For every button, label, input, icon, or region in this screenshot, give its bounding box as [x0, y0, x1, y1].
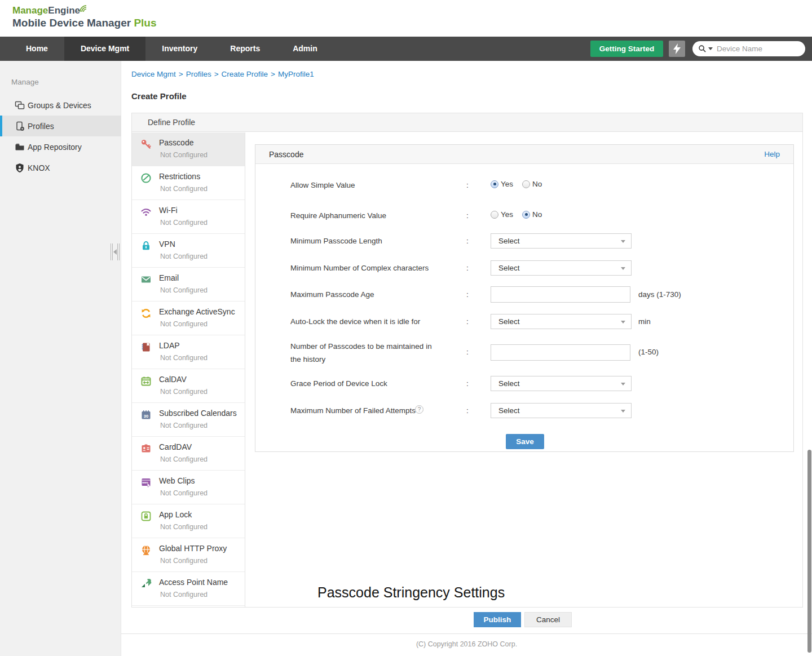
- nav-tab-home[interactable]: Home: [10, 37, 64, 61]
- status-text: Not Configured: [160, 557, 208, 565]
- main-content: Device Mgmt>Profiles>Create Profile>MyPr…: [121, 61, 812, 656]
- calendar-arrows-icon: [140, 375, 152, 387]
- devices-icon: [15, 100, 25, 110]
- define-profile-container: Define Profile Passcode Not Configured R…: [131, 113, 803, 608]
- status-text: Not Configured: [160, 388, 208, 396]
- radio-yes[interactable]: [491, 180, 498, 188]
- section-item-restrictions[interactable]: Restrictions Not Configured: [132, 166, 245, 200]
- svg-text:30: 30: [144, 414, 148, 419]
- sidebar-item-label: Profiles: [28, 122, 54, 131]
- search-input[interactable]: [717, 45, 790, 53]
- section-item-app-lock[interactable]: App Lock Not Configured: [132, 504, 245, 538]
- allow-simple-value-radios: Yes No: [491, 180, 549, 188]
- lightning-icon: [673, 43, 681, 54]
- breadcrumb-profiles[interactable]: Profiles: [186, 70, 211, 78]
- web-window-icon: www: [140, 477, 152, 488]
- passcode-panel: Passcode Help Allow Simple Value : Yes N…: [255, 144, 794, 452]
- status-text: Not Configured: [160, 489, 208, 497]
- sidebar-item-app-repository[interactable]: App Repository: [0, 136, 121, 157]
- copyright-text: (C) Copyright 2016 ZOHO Corp.: [121, 640, 812, 648]
- section-item-email[interactable]: Email Not Configured: [132, 268, 245, 302]
- vertical-scrollbar-thumb[interactable]: [807, 450, 811, 653]
- radio-no[interactable]: [522, 211, 530, 219]
- sidebar-item-knox[interactable]: KNOX: [0, 157, 121, 178]
- getting-started-button[interactable]: Getting Started: [590, 41, 663, 57]
- grace-period-label: Grace Period of Device Lock: [290, 379, 387, 388]
- chevron-down-icon: [621, 267, 625, 270]
- grace-period-select[interactable]: Select: [491, 376, 632, 391]
- breadcrumb-device-mgmt[interactable]: Device Mgmt: [131, 70, 176, 78]
- quick-actions-button[interactable]: [669, 41, 685, 57]
- section-item-vpn[interactable]: VPN Not Configured: [132, 234, 245, 268]
- wifi-icon: [140, 206, 152, 218]
- device-search-box: [692, 41, 805, 56]
- section-item-passcode[interactable]: Passcode Not Configured: [132, 132, 245, 166]
- max-passcode-age-input[interactable]: [491, 286, 630, 303]
- tab-define-profile[interactable]: Define Profile: [148, 113, 195, 132]
- radio-yes[interactable]: [491, 211, 498, 219]
- save-button[interactable]: Save: [506, 434, 544, 449]
- max-failed-attempts-select[interactable]: Select: [491, 403, 632, 418]
- section-item-caldav[interactable]: CalDAV Not Configured: [132, 369, 245, 403]
- section-item-carddav[interactable]: CardDAV Not Configured: [132, 437, 245, 471]
- sidebar-item-label: App Repository: [28, 143, 82, 152]
- section-item-ldap[interactable]: LDAP Not Configured: [132, 335, 245, 369]
- breadcrumb-create-profile[interactable]: Create Profile: [222, 70, 268, 78]
- min-complex-chars-select[interactable]: Select: [491, 260, 632, 276]
- section-item-subscribed-calendars[interactable]: 30 Subscribed Calendars Not Configured: [132, 403, 245, 437]
- sidebar-item-groups-devices[interactable]: Groups & Devices: [0, 95, 121, 116]
- status-text: Not Configured: [160, 422, 208, 429]
- publish-button[interactable]: Publish: [474, 612, 521, 627]
- require-alphanumeric-label: Require Alphanumeric Value: [290, 211, 386, 220]
- nav-tab-reports[interactable]: Reports: [214, 37, 276, 61]
- radio-no[interactable]: [522, 180, 530, 188]
- status-text: Not Configured: [160, 151, 208, 159]
- brand-engine: Engine: [48, 5, 80, 16]
- envelope-icon: [140, 274, 152, 285]
- status-text: Not Configured: [160, 252, 208, 260]
- section-item-access-point-name[interactable]: Access Point Name Not Configured: [132, 572, 245, 606]
- sidebar-item-label: Groups & Devices: [28, 101, 91, 110]
- section-item-wifi[interactable]: Wi-Fi Not Configured: [132, 200, 245, 234]
- min-passcode-length-label: Minimum Passcode Length: [290, 237, 382, 245]
- section-item-global-http-proxy[interactable]: Global HTTP Proxy Not Configured: [132, 538, 245, 572]
- status-text: Not Configured: [160, 455, 208, 463]
- passcode-history-input[interactable]: [491, 344, 630, 361]
- help-link[interactable]: Help: [764, 145, 780, 164]
- status-text: Not Configured: [160, 591, 208, 599]
- passcode-panel-header: Passcode Help: [255, 145, 793, 164]
- left-sidebar: Manage Groups & Devices Profiles App Rep…: [0, 61, 121, 656]
- status-text: Not Configured: [160, 320, 208, 328]
- app-lock-icon: [140, 511, 152, 522]
- calendar-30-icon: 30: [140, 409, 152, 420]
- cancel-button[interactable]: Cancel: [524, 612, 572, 627]
- nav-tab-device-mgmt[interactable]: Device Mgmt: [64, 37, 145, 61]
- status-text: Not Configured: [160, 286, 208, 294]
- app-header: ManageEngine Mobile Device Manager Plus: [0, 0, 812, 37]
- status-text: Not Configured: [160, 354, 208, 362]
- nav-tab-admin[interactable]: Admin: [276, 37, 334, 61]
- passcode-history-suffix: (1-50): [638, 348, 659, 356]
- auto-lock-suffix: min: [638, 317, 651, 326]
- sidebar-collapse-handle[interactable]: [111, 240, 120, 264]
- section-item-exchange-activesync[interactable]: Exchange ActiveSync Not Configured: [132, 302, 245, 335]
- breadcrumb-myprofile1[interactable]: MyProfile1: [278, 70, 314, 78]
- allow-simple-value-label: Allow Simple Value: [290, 181, 355, 189]
- section-item-web-clips[interactable]: www Web Clips Not Configured: [132, 471, 245, 504]
- auto-lock-select[interactable]: Select: [491, 314, 632, 329]
- min-passcode-length-select[interactable]: Select: [491, 233, 632, 249]
- search-scope-caret-icon[interactable]: [708, 47, 713, 50]
- nav-tab-inventory[interactable]: Inventory: [145, 37, 214, 61]
- chevron-down-icon: [621, 240, 625, 243]
- sidebar-item-label: KNOX: [28, 163, 50, 172]
- search-icon: [698, 45, 707, 53]
- help-tooltip-icon[interactable]: ?: [415, 405, 423, 414]
- sidebar-item-profiles[interactable]: Profiles: [0, 116, 121, 136]
- chevron-down-icon: [621, 383, 625, 385]
- sidebar-section-label: Manage: [11, 78, 39, 86]
- chevron-down-icon: [621, 321, 625, 323]
- nav-tabs: Home Device Mgmt Inventory Reports Admin: [10, 37, 812, 61]
- require-alphanumeric-radios: Yes No: [491, 210, 549, 219]
- top-navbar: Home Device Mgmt Inventory Reports Admin…: [0, 37, 812, 61]
- status-text: Not Configured: [160, 185, 208, 193]
